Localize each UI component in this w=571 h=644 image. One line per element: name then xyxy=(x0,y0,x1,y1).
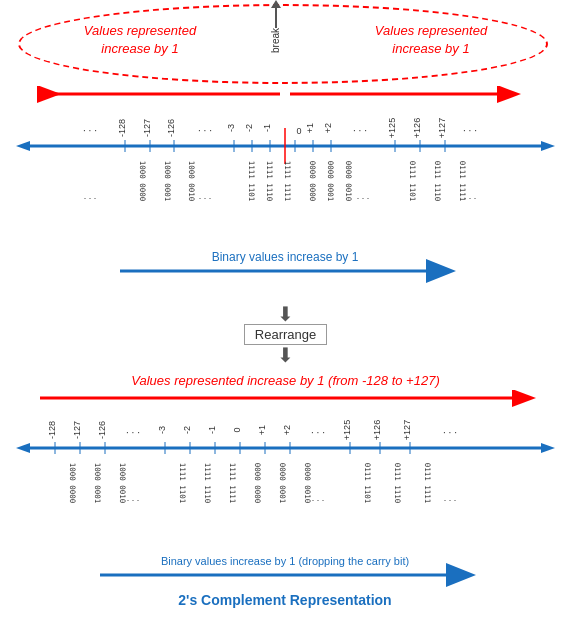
svg-text:· · ·: · · · xyxy=(463,125,477,136)
svg-text:1111 1101: 1111 1101 xyxy=(247,161,256,202)
break-arrowhead xyxy=(271,0,281,8)
svg-text:· · ·: · · · xyxy=(83,125,97,136)
svg-text:· · ·: · · · xyxy=(312,495,325,505)
break-arrow: break xyxy=(270,0,281,58)
svg-text:1111 1101: 1111 1101 xyxy=(178,463,187,504)
svg-text:-126: -126 xyxy=(166,119,176,137)
svg-text:1111 1111: 1111 1111 xyxy=(283,161,292,202)
svg-text:0000 0001: 0000 0001 xyxy=(278,463,287,504)
tick-minus3: -3 xyxy=(226,124,236,152)
rearrange-label: Rearrange xyxy=(244,324,327,345)
svg-text:· · ·: · · · xyxy=(443,427,457,438)
svg-text:1000 0010: 1000 0010 xyxy=(187,161,196,202)
svg-text:· · ·: · · · xyxy=(126,427,140,438)
svg-text:+127: +127 xyxy=(437,118,447,138)
svg-marker-4 xyxy=(16,141,30,151)
svg-text:· · ·: · · · xyxy=(84,193,97,203)
svg-text:0111 1101: 0111 1101 xyxy=(408,161,417,202)
svg-text:0111 1110: 0111 1110 xyxy=(433,161,442,202)
bottom-section: Values represented increase by 1 (from -… xyxy=(0,373,571,620)
svg-text:0000 0000: 0000 0000 xyxy=(308,161,317,202)
svg-marker-53 xyxy=(541,443,555,453)
twos-complement-label: 2's Complement Representation xyxy=(178,592,391,608)
svg-text:0000 0001: 0000 0001 xyxy=(326,161,335,202)
svg-text:1000 0010: 1000 0010 xyxy=(118,463,127,504)
svg-text:+1: +1 xyxy=(257,425,267,435)
values-increase-label: Values represented increase by 1 (from -… xyxy=(0,373,571,388)
svg-text:· · ·: · · · xyxy=(198,125,212,136)
svg-text:· · ·: · · · xyxy=(127,495,140,505)
svg-text:0111 1111: 0111 1111 xyxy=(423,463,432,504)
svg-text:1000 0001: 1000 0001 xyxy=(163,161,172,202)
svg-text:1111 1111: 1111 1111 xyxy=(228,463,237,504)
oval-text-left: Values represented increase by 1 xyxy=(30,22,250,58)
svg-text:+2: +2 xyxy=(282,425,292,435)
svg-text:-127: -127 xyxy=(72,421,82,439)
svg-text:· · ·: · · · xyxy=(353,125,367,136)
svg-text:· · ·: · · · xyxy=(464,193,477,203)
svg-text:-128: -128 xyxy=(117,119,127,137)
oval-text-right: Values represented increase by 1 xyxy=(321,22,541,58)
svg-marker-54 xyxy=(16,443,30,453)
svg-text:+125: +125 xyxy=(342,420,352,440)
svg-text:+127: +127 xyxy=(402,420,412,440)
rearrange-section: ⬇ Rearrange ⬇ xyxy=(0,304,571,365)
tick-minus2: -2 xyxy=(244,124,254,152)
svg-text:+125: +125 xyxy=(387,118,397,138)
svg-marker-3 xyxy=(541,141,555,151)
down-arrow-icon: ⬇ xyxy=(0,304,571,324)
break-arrow-line xyxy=(275,8,277,28)
svg-text:-3: -3 xyxy=(157,426,167,434)
top-section: break Values represented increase by 1 V… xyxy=(0,0,571,296)
svg-text:1111 1110: 1111 1110 xyxy=(265,161,274,202)
svg-text:· · ·: · · · xyxy=(311,427,325,438)
svg-text:0000 0000: 0000 0000 xyxy=(253,463,262,504)
down-arrow-icon-2: ⬇ xyxy=(0,345,571,365)
svg-text:1000 0000: 1000 0000 xyxy=(138,161,147,202)
svg-text:-2: -2 xyxy=(244,124,254,132)
svg-text:+126: +126 xyxy=(372,420,382,440)
svg-text:+2: +2 xyxy=(323,123,333,133)
svg-text:-127: -127 xyxy=(142,119,152,137)
tick-minus1: -1 xyxy=(262,124,272,152)
tick-plus2: +2 xyxy=(323,123,333,152)
svg-text:+126: +126 xyxy=(412,118,422,138)
svg-text:0000 0010: 0000 0010 xyxy=(344,161,353,202)
tick-plus1: +1 xyxy=(305,123,315,152)
binary-label-bottom: Binary values increase by 1 (dropping th… xyxy=(161,555,409,567)
top-number-line-svg: 0 +1 +2 · · · +125 +126 +127 · · · -1 xyxy=(0,86,571,296)
svg-text:+1: +1 xyxy=(305,123,315,133)
svg-text:· · ·: · · · xyxy=(444,495,457,505)
svg-text:1000 0000: 1000 0000 xyxy=(68,463,77,504)
svg-text:0000 0010: 0000 0010 xyxy=(303,463,312,504)
bottom-number-line-svg: -128 -127 -126 · · · -3 -2 -1 0 +1 +2 · … xyxy=(0,390,571,620)
svg-text:0: 0 xyxy=(232,427,242,432)
svg-text:· · ·: · · · xyxy=(357,193,370,203)
svg-text:-128: -128 xyxy=(47,421,57,439)
svg-text:-1: -1 xyxy=(207,426,217,434)
tick-0: 0 xyxy=(295,126,302,152)
svg-text:· · ·: · · · xyxy=(199,193,212,203)
svg-text:-3: -3 xyxy=(226,124,236,132)
svg-text:0111 1101: 0111 1101 xyxy=(363,463,372,504)
binary-label-top: Binary values increase by 1 xyxy=(212,250,359,264)
break-label: break xyxy=(270,28,281,53)
svg-text:-1: -1 xyxy=(262,124,272,132)
svg-text:0111 1110: 0111 1110 xyxy=(393,463,402,504)
svg-text:-2: -2 xyxy=(182,426,192,434)
svg-text:1000 0001: 1000 0001 xyxy=(93,463,102,504)
svg-text:-126: -126 xyxy=(97,421,107,439)
svg-text:1111 1110: 1111 1110 xyxy=(203,463,212,504)
svg-text:0: 0 xyxy=(296,126,301,136)
